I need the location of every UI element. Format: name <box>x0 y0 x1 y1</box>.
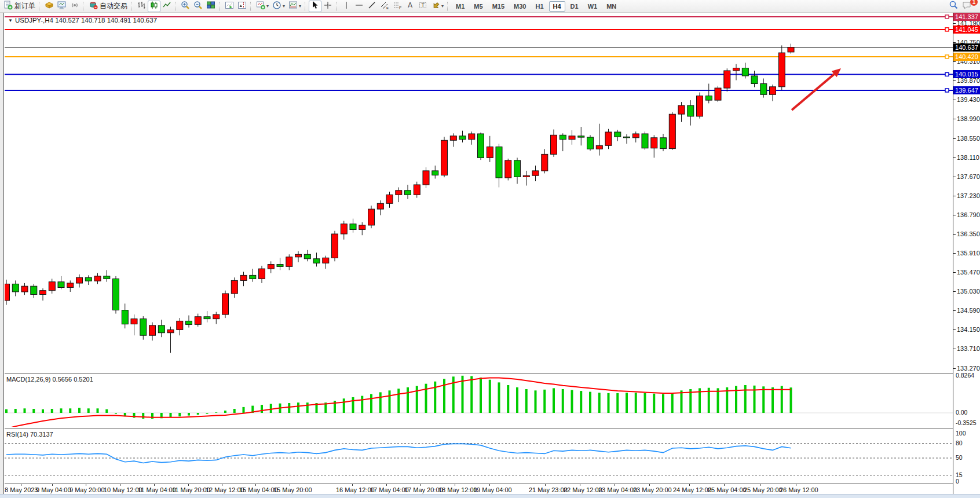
mt4-application: 新订单 自动交易 ▾ ▾ ▾ E F A T <box>0 0 980 498</box>
date-tick <box>455 484 455 486</box>
date-tick <box>649 484 650 486</box>
candle-body <box>724 71 730 88</box>
price-badge-140.015: 140.015 <box>953 70 980 78</box>
notification-badge: 1 <box>970 0 978 6</box>
price-tick-138.990: 138.990 <box>957 115 980 122</box>
date-label: 16 May 12:00 <box>336 486 375 493</box>
chart-title-text: USDJPY-,H4 140.527 140.718 140.491 140.6… <box>15 17 157 24</box>
indicators-dropdown[interactable]: ▾ <box>254 1 270 12</box>
price-tick-136.790: 136.790 <box>957 211 980 218</box>
periods-clock-icon <box>272 1 281 12</box>
templates-dropdown[interactable]: ▾ <box>287 1 303 12</box>
chart-title-caret-icon[interactable]: ▼ <box>8 18 13 23</box>
trendline-button[interactable] <box>365 1 378 12</box>
text-button[interactable]: A <box>404 1 416 12</box>
date-tick <box>21 484 21 486</box>
macd-canvas[interactable] <box>5 374 953 427</box>
bar-chart-icon <box>137 1 146 12</box>
date-tick <box>386 484 387 486</box>
signals-button[interactable] <box>68 1 81 12</box>
candle-body <box>705 96 712 101</box>
rsi-canvas[interactable] <box>5 429 953 484</box>
candle-body <box>31 286 37 294</box>
candlestick-chart-icon <box>149 1 159 12</box>
candle-body <box>250 275 256 279</box>
candle-body <box>131 319 137 324</box>
main-chart-canvas[interactable] <box>5 13 953 374</box>
date-label: 12 May 12:00 <box>206 486 244 493</box>
candle-body <box>67 283 74 288</box>
gold-box-button[interactable] <box>43 1 56 12</box>
macd-label: MACD(12,26,9) 0.5656 0.5201 <box>6 376 93 383</box>
candle-body <box>760 84 767 95</box>
hline-handle[interactable] <box>945 55 949 58</box>
candle-body <box>505 160 511 178</box>
auto-scroll-button[interactable] <box>223 1 236 12</box>
candle-body <box>678 105 685 114</box>
hline-handle[interactable] <box>945 15 949 19</box>
timeframe-button-M5[interactable]: M5 <box>470 1 487 12</box>
text-icon: A <box>405 1 415 12</box>
date-tick <box>724 484 725 486</box>
price-tick-133.270: 133.270 <box>957 365 980 372</box>
date-label: 15 May 04:00 <box>239 486 278 493</box>
autotrading-icon <box>89 1 98 12</box>
timeframe-button-W1[interactable]: W1 <box>584 1 602 12</box>
templates-icon <box>288 1 298 12</box>
crosshair-button[interactable] <box>321 1 334 12</box>
bar-chart-button[interactable] <box>135 1 148 12</box>
horizontal-line-button[interactable] <box>353 1 365 12</box>
cursor-button[interactable] <box>309 1 321 12</box>
candle-body <box>231 280 237 294</box>
svg-text:F: F <box>399 6 401 10</box>
equidistant-channel-button[interactable]: E <box>378 1 391 12</box>
timeframe-button-M15[interactable]: M15 <box>488 1 509 12</box>
rsi-axis-label: 80 <box>956 440 963 446</box>
indicators-icon <box>256 1 265 12</box>
chevron-down-icon: ▾ <box>441 3 444 9</box>
date-label: 15 May 20:00 <box>273 486 312 493</box>
date-label: 11 May 20:00 <box>172 486 210 493</box>
candle-body <box>213 314 220 319</box>
chat-button[interactable]: 1 <box>960 1 974 12</box>
chart-shift-button[interactable] <box>236 1 248 12</box>
candle-body <box>742 68 748 76</box>
candle-body <box>58 282 64 288</box>
terminal-button[interactable] <box>56 1 68 12</box>
timeframe-button-H4[interactable]: H4 <box>549 1 565 12</box>
candle-body <box>414 185 420 195</box>
vertical-line-button[interactable] <box>340 1 353 12</box>
autotrading-button[interactable]: 自动交易 <box>87 1 129 12</box>
timeframe-button-D1[interactable]: D1 <box>566 1 583 12</box>
hline-handle[interactable] <box>945 89 949 92</box>
new-order-button[interactable]: 新订单 <box>2 1 37 12</box>
timeframe-button-M30[interactable]: M30 <box>510 1 530 12</box>
horizontal-line-icon <box>354 1 364 12</box>
timeframe-button-MN[interactable]: MN <box>602 1 620 12</box>
zoom-in-icon <box>181 1 190 12</box>
timeframe-button-M1[interactable]: M1 <box>452 1 469 12</box>
date-label: 17 May 20:00 <box>404 486 443 493</box>
new-order-icon <box>3 1 13 12</box>
arrows-dropdown[interactable]: ▾ <box>429 1 445 12</box>
date-label: 8 May 2023 <box>5 486 38 493</box>
candlestick-chart-button[interactable] <box>148 1 160 12</box>
line-chart-button[interactable] <box>160 1 173 12</box>
hline-handle[interactable] <box>945 72 949 76</box>
text-label-button[interactable]: T <box>416 1 429 12</box>
tile-windows-button[interactable] <box>204 1 217 12</box>
zoom-in-button[interactable] <box>179 1 192 12</box>
rsi-axis-label: 15 <box>956 471 963 478</box>
candle-body <box>140 319 147 336</box>
zoom-out-button[interactable] <box>192 1 204 12</box>
price-tick-135.910: 135.910 <box>957 250 980 257</box>
candle-body <box>386 195 393 203</box>
price-axis[interactable]: 141.190140.750140.310139.870139.430138.9… <box>953 13 980 498</box>
svg-text:E: E <box>386 6 389 10</box>
timeframe-button-H1[interactable]: H1 <box>531 1 547 12</box>
date-tick <box>290 484 290 486</box>
hline-handle[interactable] <box>945 28 949 31</box>
search-button[interactable] <box>947 1 960 12</box>
periods-dropdown[interactable]: ▾ <box>270 1 287 12</box>
fibonacci-button[interactable]: F <box>391 1 404 12</box>
